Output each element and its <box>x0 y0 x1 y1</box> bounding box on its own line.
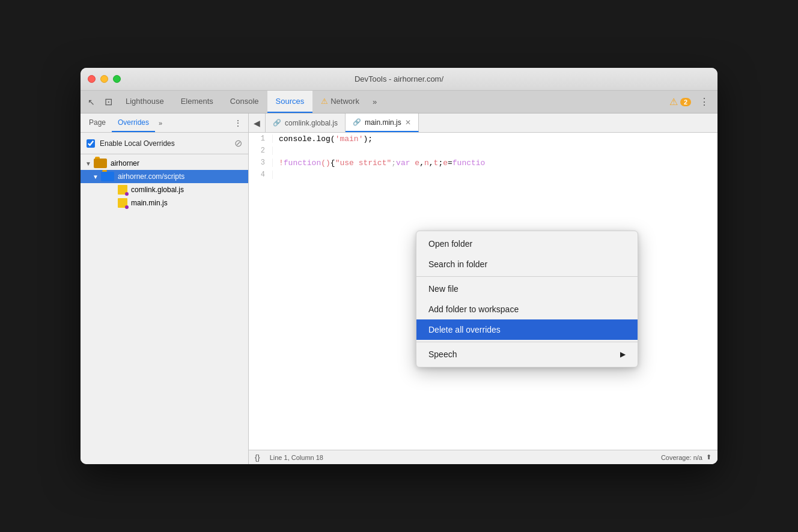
more-tabs-label: » <box>373 97 377 106</box>
code-line-4: 4 <box>249 169 717 181</box>
tree-label-comlink: comlink.global.js <box>131 186 184 194</box>
line-number-2: 2 <box>249 147 273 155</box>
close-button[interactable] <box>88 75 96 83</box>
line-number-4: 4 <box>249 171 273 179</box>
tab-sources[interactable]: Sources <box>267 91 313 113</box>
left-panel: Page Overrides » ⋮ Enable Local Override… <box>81 113 249 464</box>
code-line-3: 3 !function(){"use strict";var e,n,t;e=f… <box>249 157 717 169</box>
right-panel: ◀ 🔗 comlink.global.js 🔗 main.min.js ✕ 1 … <box>249 113 717 464</box>
tree-item-airhorner[interactable]: ▼ airhorner <box>81 157 248 170</box>
status-bar: {} Line 1, Column 18 Coverage: n/a ⬆ <box>249 450 717 464</box>
code-line-2: 2 <box>249 145 717 157</box>
tab-lighthouse[interactable]: Lighthouse <box>117 91 172 113</box>
tab-lighthouse-label: Lighthouse <box>126 97 164 106</box>
tab-elements[interactable]: Elements <box>172 91 222 113</box>
tab-elements-label: Elements <box>181 97 213 106</box>
main-kebab-button[interactable]: ⋮ <box>696 94 713 110</box>
panel-tab-page[interactable]: Page <box>83 113 112 132</box>
menu-speech-label: Speech <box>428 349 457 359</box>
tab-sources-label: Sources <box>276 97 305 106</box>
overrides-label: Enable Local Overrides <box>100 139 234 148</box>
menu-delete-overrides[interactable]: Delete all overrides <box>416 319 638 340</box>
file-icon-comlink <box>118 185 127 195</box>
tab-icon-main: 🔗 <box>353 118 361 126</box>
coverage-icon[interactable]: ⬆ <box>706 453 711 461</box>
titlebar: DevTools - airhorner.com/ <box>81 68 717 91</box>
panel-tab-overrides-label: Overrides <box>118 118 149 127</box>
menu-separator-1 <box>416 276 638 277</box>
devtools-window: DevTools - airhorner.com/ ↖ ⊡ Lighthouse… <box>81 68 717 464</box>
panel-kebab-button[interactable]: ⋮ <box>230 118 246 128</box>
folder-icon-airhorner <box>94 159 107 168</box>
menu-search-folder[interactable]: Search in folder <box>416 254 638 274</box>
tree-arrow-scripts: ▼ <box>93 174 101 180</box>
tree-item-scripts[interactable]: ▼ airhorner.com/scripts <box>81 170 248 183</box>
code-text-1: console.log('main'); <box>279 135 373 144</box>
menu-add-folder[interactable]: Add folder to workspace <box>416 299 638 319</box>
context-menu: Open folder Search in folder New file Ad… <box>416 231 638 367</box>
menu-speech[interactable]: Speech ▶ <box>416 344 638 364</box>
overrides-row: Enable Local Overrides ⊘ <box>81 133 248 154</box>
tree-item-comlink[interactable]: comlink.global.js <box>81 183 248 196</box>
coverage-area: Coverage: n/a ⬆ <box>661 453 711 461</box>
tab-icon-comlink: 🔗 <box>273 119 281 127</box>
minimize-button[interactable] <box>100 75 108 83</box>
menu-new-file[interactable]: New file <box>416 279 638 299</box>
editor-tab-comlink[interactable]: 🔗 comlink.global.js <box>266 113 346 132</box>
cursor-icon[interactable]: ↖ <box>83 91 100 113</box>
editor-tabs: ◀ 🔗 comlink.global.js 🔗 main.min.js ✕ <box>249 113 717 133</box>
panel-more-button[interactable]: » <box>155 119 166 127</box>
window-title: DevTools - airhorner.com/ <box>355 74 443 83</box>
menu-open-folder[interactable]: Open folder <box>416 234 638 254</box>
tab-network-label: Network <box>330 97 359 106</box>
editor-tab-label-main: main.min.js <box>365 118 401 127</box>
code-line-1: 1 console.log('main'); <box>249 133 717 145</box>
file-tree: ▼ airhorner ▼ airhorner.com/scripts co <box>81 154 248 464</box>
panel-tab-overrides[interactable]: Overrides <box>112 113 155 132</box>
more-tabs-button[interactable]: » <box>368 91 382 113</box>
traffic-lights <box>88 75 121 83</box>
overrides-no-icon[interactable]: ⊘ <box>234 138 242 149</box>
submenu-arrow-icon: ▶ <box>620 350 626 358</box>
menu-separator-2 <box>416 342 638 342</box>
code-text-3: !function(){"use strict";var e,n,t;e=fun… <box>279 159 485 168</box>
tree-arrow-airhorner: ▼ <box>85 160 94 167</box>
main-tabs-bar: ↖ ⊡ Lighthouse Elements Console Sources … <box>81 91 717 113</box>
panel-tab-page-label: Page <box>89 118 106 127</box>
tabs-right-area: ⚠ 2 ⋮ <box>669 91 717 113</box>
line-number-3: 3 <box>249 159 273 167</box>
tab-network[interactable]: ⚠ Network <box>312 91 368 113</box>
tab-console-label: Console <box>230 97 259 106</box>
global-warning-icon: ⚠ <box>669 96 678 107</box>
maximize-button[interactable] <box>113 75 121 83</box>
tree-item-main[interactable]: main.min.js <box>81 196 248 210</box>
panel-tabs: Page Overrides » ⋮ <box>81 113 248 133</box>
tree-label-main: main.min.js <box>131 199 168 207</box>
main-content: Page Overrides » ⋮ Enable Local Override… <box>81 113 717 464</box>
editor-tab-main[interactable]: 🔗 main.min.js ✕ <box>346 113 419 132</box>
cursor-position: Line 1, Column 18 <box>270 454 323 461</box>
tab-console[interactable]: Console <box>222 91 267 113</box>
enable-overrides-checkbox[interactable] <box>87 139 95 148</box>
pretty-print-button[interactable]: {} <box>255 453 260 462</box>
tree-label-airhorner: airhorner <box>111 159 139 168</box>
editor-back-icon: ◀ <box>254 118 260 128</box>
tree-label-scripts: airhorner.com/scripts <box>118 172 184 181</box>
editor-back-button[interactable]: ◀ <box>249 113 266 132</box>
folder-icon-scripts <box>101 172 114 181</box>
warning-badge: 2 <box>680 98 691 106</box>
tab-close-main[interactable]: ✕ <box>405 118 411 127</box>
file-icon-main <box>118 198 127 208</box>
editor-tab-label-comlink: comlink.global.js <box>285 119 338 127</box>
network-warning-icon: ⚠ <box>321 97 328 106</box>
line-number-1: 1 <box>249 135 273 143</box>
coverage-label: Coverage: n/a <box>661 454 702 461</box>
mobile-icon[interactable]: ⊡ <box>100 91 117 113</box>
